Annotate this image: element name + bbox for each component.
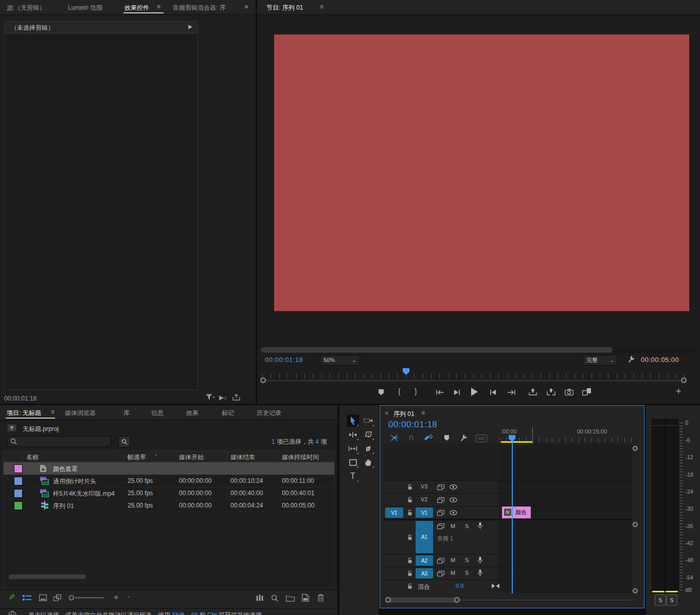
col-media-end[interactable]: 媒体结束 xyxy=(230,453,255,462)
lock-icon[interactable] xyxy=(407,534,412,540)
pen-tool[interactable] xyxy=(362,442,374,455)
panel-menu-icon[interactable]: ≡ xyxy=(421,409,425,417)
program-scrollbar[interactable] xyxy=(260,347,697,353)
keyframe-bowtie-icon[interactable] xyxy=(492,584,499,588)
insert-overwrite-nested-icon[interactable] xyxy=(390,434,399,441)
track-output-icon[interactable] xyxy=(437,484,444,490)
freeform-view-button[interactable] xyxy=(53,594,62,601)
timeline-settings-wrench-icon[interactable] xyxy=(460,434,468,442)
lock-icon[interactable] xyxy=(407,583,412,589)
sort-icon[interactable]: ≡ xyxy=(114,593,118,601)
track-output-icon[interactable] xyxy=(437,523,444,529)
tab-lumetri-scopes[interactable]: Lumetri 范围 xyxy=(68,4,102,12)
chevron-down-icon[interactable]: ⌄ xyxy=(127,593,131,599)
track-select-forward-tool[interactable] xyxy=(362,414,374,427)
source-patch-v1[interactable]: V1 xyxy=(385,508,403,518)
track-v1[interactable]: V1 V1 fx 颜色 xyxy=(384,507,632,519)
vscroll-knob-bottom[interactable] xyxy=(633,588,638,593)
track-target-a3[interactable]: A3 xyxy=(416,568,433,578)
zoom-slider[interactable] xyxy=(69,595,105,601)
type-tool[interactable]: T xyxy=(347,470,359,482)
rectangle-tool[interactable] xyxy=(347,456,359,468)
col-media-duration[interactable]: 媒体持续时间 xyxy=(282,453,319,462)
automate-to-sequence-button[interactable] xyxy=(256,594,264,601)
tab-project[interactable]: 项目: 无标题 xyxy=(7,409,41,418)
extract-button[interactable] xyxy=(547,388,555,395)
seekbar-right-knob[interactable] xyxy=(681,377,687,383)
tab-media-browser[interactable]: 媒体浏览器 xyxy=(65,409,96,418)
solo-button[interactable]: S xyxy=(465,523,469,529)
arrow-right-icon[interactable]: ▶ xyxy=(188,24,192,29)
label-color-chip[interactable] xyxy=(14,489,23,498)
tab-info[interactable]: 信息 xyxy=(151,409,164,418)
list-view-button[interactable] xyxy=(23,594,31,601)
lock-icon[interactable] xyxy=(407,497,412,503)
tab-history[interactable]: 历史记录 xyxy=(257,409,281,418)
lift-button[interactable] xyxy=(529,388,537,395)
timeline-timecode[interactable]: 00:00:01:18 xyxy=(388,420,437,430)
track-v3[interactable]: V3 xyxy=(384,481,632,493)
project-root-folder-icon[interactable] xyxy=(7,424,16,431)
panel-menu-icon[interactable]: ≡ xyxy=(51,408,55,415)
add-marker-button[interactable] xyxy=(378,389,384,395)
vscroll-knob-mid[interactable] xyxy=(633,522,638,527)
icon-view-button[interactable] xyxy=(39,594,47,601)
program-timecode[interactable]: 00:00:01:18 xyxy=(265,356,303,364)
mic-icon[interactable] xyxy=(477,569,483,576)
mark-in-button[interactable]: { xyxy=(398,387,401,395)
track-output-icon[interactable] xyxy=(437,558,444,564)
lock-icon[interactable] xyxy=(407,484,412,490)
snap-magnet-icon[interactable]: ∩ xyxy=(408,432,415,442)
track-v2[interactable]: V2 xyxy=(384,494,632,506)
project-file-name[interactable]: 无标题.prproj xyxy=(23,425,59,433)
table-row[interactable]: 颜色遮罩 xyxy=(4,462,334,475)
lock-icon[interactable] xyxy=(407,557,412,564)
tab-overflow-icon[interactable]: » xyxy=(244,2,248,10)
track-name-label[interactable]: 音频 1 xyxy=(437,535,453,542)
step-forward-button[interactable] xyxy=(489,389,496,396)
writable-pencil-icon[interactable]: ✎ xyxy=(8,592,15,602)
zoom-handle-right[interactable] xyxy=(454,597,460,603)
track-target-a2[interactable]: A2 xyxy=(416,555,433,566)
mute-button[interactable]: M xyxy=(451,570,455,576)
program-scrollbar-thumb[interactable] xyxy=(261,347,613,353)
track-target-a1[interactable]: A1 xyxy=(416,521,433,553)
zoom-level-select[interactable]: 50%⌄ xyxy=(320,355,360,366)
item-name[interactable]: 样5片4K无水印版.mp4 xyxy=(53,490,115,498)
work-area-bar[interactable] xyxy=(501,441,532,443)
track-target-v1[interactable]: V1 xyxy=(416,508,433,518)
zoom-handle-left[interactable] xyxy=(385,597,391,603)
selection-tool[interactable] xyxy=(347,414,359,427)
track-output-icon[interactable] xyxy=(437,571,444,576)
export-frame-button[interactable] xyxy=(565,389,573,395)
col-fps[interactable]: 帧速率 xyxy=(128,453,146,462)
table-row[interactable]: 样5片4K无水印版.mp4 25.00 fps 00:00:00:00 00:0… xyxy=(4,487,334,500)
track-a2[interactable]: A2 M S xyxy=(384,554,632,567)
track-a1[interactable]: A1 M S 音频 1 xyxy=(384,520,632,554)
close-icon[interactable]: × xyxy=(385,409,389,417)
label-color-chip[interactable] xyxy=(14,477,23,485)
captions-cc-icon[interactable]: CC xyxy=(476,435,487,442)
label-color-chip[interactable] xyxy=(14,464,23,473)
settings-wrench-icon[interactable] xyxy=(627,355,635,363)
mark-out-button[interactable]: } xyxy=(415,387,417,395)
lock-icon[interactable] xyxy=(407,510,412,516)
solo-button[interactable]: S xyxy=(465,570,469,576)
tab-markers[interactable]: 标记 xyxy=(222,409,234,418)
table-row[interactable]: 序列 01 25.00 fps 00:00:00:00 00:00:04:24 … xyxy=(4,499,334,512)
track-label[interactable]: V2 xyxy=(421,496,427,502)
add-button[interactable]: + xyxy=(676,386,681,397)
panel-menu-icon[interactable]: ≡ xyxy=(320,3,324,10)
goto-in-button[interactable] xyxy=(436,389,444,395)
program-video-frame[interactable] xyxy=(274,34,689,311)
tab-program-monitor[interactable]: 节目: 序列 01 xyxy=(266,4,303,12)
hand-tool[interactable] xyxy=(362,456,374,468)
razor-tool[interactable] xyxy=(362,428,374,441)
timeline-clip-color-matte[interactable]: fx 颜色 xyxy=(502,507,531,518)
track-label[interactable]: V3 xyxy=(421,483,427,490)
find-button[interactable] xyxy=(118,436,130,447)
solo-button[interactable]: S xyxy=(465,557,469,563)
track-a3[interactable]: A3 M S xyxy=(384,567,632,580)
mic-icon[interactable] xyxy=(477,556,483,564)
track-master-mix[interactable]: 混合 0.0 xyxy=(384,580,632,592)
